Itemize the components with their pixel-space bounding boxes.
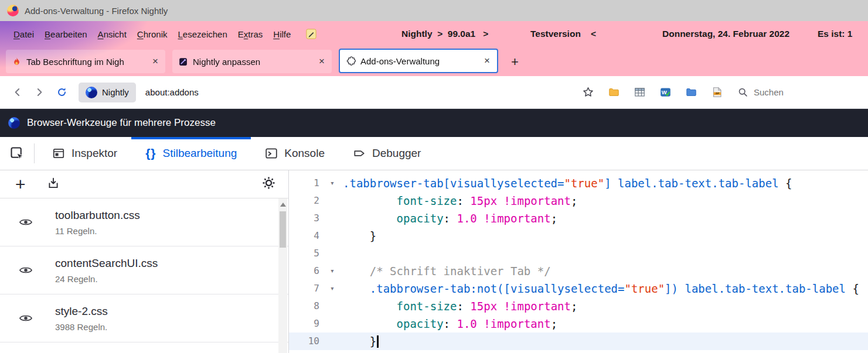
line-number: 6 — [289, 262, 322, 280]
code-line[interactable]: 7▾ .tabbrowser-tab:not([visuallyselected… — [289, 280, 868, 297]
stylesheet-info: style-2.css3988 Regeln. — [55, 305, 108, 332]
forward-button[interactable] — [28, 81, 50, 104]
nightly-version-text: Nightly > 99.0a1 > — [401, 21, 488, 47]
stylesheet-info: toolbarbutton.css11 Regeln. — [55, 209, 140, 236]
code-line[interactable]: 8 font-size: 15px !important; — [289, 297, 868, 315]
style-editor-sidebar: + toolbarbutton.css11 Regeln.contentSear… — [0, 170, 289, 353]
search-input[interactable] — [753, 87, 840, 98]
back-button[interactable] — [6, 81, 28, 104]
options-gear-button[interactable] — [261, 176, 276, 193]
devtools-tab-konsole[interactable]: Konsole — [251, 137, 339, 170]
code-line[interactable]: 1▾.tabbrowser-tab[visuallyselected="true… — [289, 174, 868, 192]
code-text: opacity: 1.0 !important; — [343, 210, 557, 227]
devtools-tabs: Inspektor{}StilbearbeitungKonsoleDebugge… — [38, 137, 435, 170]
browser-tab[interactable]: Add-ons-Verwaltung× — [339, 49, 498, 73]
line-number: 4 — [289, 227, 322, 245]
window-title: Add-ons-Verwaltung - Firefox Nightly — [25, 6, 168, 16]
code-text: } — [343, 333, 379, 350]
menu-datei[interactable]: Datei — [8, 27, 39, 42]
pencil-icon[interactable] — [305, 28, 317, 40]
line-number: 5 — [289, 245, 322, 262]
svg-text:ZIP: ZIP — [715, 92, 719, 95]
devtools-tab-debugger[interactable]: Debugger — [339, 137, 435, 170]
menu-hilfe[interactable]: Hilfe — [268, 27, 296, 42]
tabbar: Tab Beschriftung im Nigh×Nightly anpasse… — [0, 47, 868, 76]
stylesheet-name: style-2.css — [55, 305, 108, 318]
code-text: .tabbrowser-tab[visuallyselected="true"]… — [343, 174, 792, 192]
tab-title: Tab Beschriftung im Nigh — [26, 57, 147, 67]
fold-arrow-icon[interactable]: ▾ — [322, 174, 343, 192]
inspector-icon — [52, 147, 65, 160]
console-icon — [265, 147, 278, 160]
sidebar-scrollbar[interactable] — [278, 198, 287, 353]
close-icon[interactable]: × — [483, 55, 491, 67]
grid-button[interactable] — [629, 82, 650, 103]
code-text: .tabbrowser-tab:not([visuallyselected="t… — [343, 280, 859, 297]
reload-button[interactable] — [50, 81, 73, 104]
stylesheet-item[interactable]: toolbarbutton.css11 Regeln. — [0, 198, 288, 246]
scrollbar-thumb[interactable] — [280, 211, 286, 248]
visibility-toggle-eye-icon[interactable] — [19, 265, 33, 275]
identity-chip[interactable]: Nightly — [79, 83, 136, 102]
fold-arrow-icon[interactable]: ▾ — [322, 280, 343, 297]
code-line[interactable]: 4 } — [289, 227, 868, 245]
browser-tab[interactable]: Nightly anpassen× — [172, 50, 332, 73]
stylesheet-item[interactable]: contentSearchUI.css24 Regeln. — [0, 246, 288, 294]
code-line[interactable]: 2 font-size: 15px !important; — [289, 192, 868, 210]
close-icon[interactable]: × — [318, 56, 326, 67]
devtools-tab-stilbearbeitung[interactable]: {}Stilbearbeitung — [131, 137, 251, 170]
stylesheet-rows: toolbarbutton.css11 Regeln.contentSearch… — [0, 198, 288, 342]
url-input[interactable] — [144, 87, 577, 98]
new-tab-button[interactable]: + — [505, 56, 525, 68]
puzzle-icon — [346, 56, 356, 66]
fold-arrow-icon[interactable]: ▾ — [322, 262, 343, 280]
debugger-icon — [353, 147, 366, 160]
new-stylesheet-button[interactable]: + — [15, 176, 26, 193]
devtools-tab-label: Debugger — [372, 147, 421, 160]
folder-yellow-button[interactable] — [603, 82, 624, 103]
line-number: 7 — [289, 280, 322, 297]
import-stylesheet-button[interactable] — [47, 177, 60, 192]
menu-ansicht[interactable]: Ansicht — [93, 27, 132, 42]
line-number: 10 — [289, 333, 322, 350]
text-cursor — [377, 335, 379, 348]
zip-button[interactable]: ZIP — [706, 82, 727, 103]
scrollbar-up-arrow-icon[interactable] — [280, 203, 286, 207]
titlebar: Add-ons-Verwaltung - Firefox Nightly — [0, 0, 868, 21]
theme-area: DateiBearbeitenAnsichtChronikLesezeichen… — [0, 21, 868, 76]
validator-button[interactable]: W — [655, 82, 676, 103]
browser-tab[interactable]: Tab Beschriftung im Nigh× — [6, 50, 165, 73]
line-number: 9 — [289, 315, 322, 333]
stylesheet-item[interactable]: style-2.css3988 Regeln. — [0, 294, 288, 342]
code-lines: 1▾.tabbrowser-tab[visuallyselected="true… — [289, 174, 868, 350]
nightly-logo-icon — [8, 117, 20, 129]
code-editor[interactable]: 1▾.tabbrowser-tab[visuallyselected="true… — [289, 170, 868, 353]
menu-chronik[interactable]: Chronik — [132, 27, 173, 42]
identity-label: Nightly — [102, 87, 129, 97]
menu-extras[interactable]: Extras — [233, 27, 268, 42]
close-icon[interactable]: × — [151, 56, 159, 67]
fold-spacer — [322, 245, 343, 262]
searchbar[interactable] — [738, 87, 862, 98]
node-picker-button[interactable] — [0, 137, 34, 170]
bookmark-star-button[interactable] — [577, 82, 598, 103]
folder-blue-button[interactable] — [680, 82, 702, 103]
menubar: DateiBearbeitenAnsichtChronikLesezeichen… — [0, 21, 868, 47]
menu-lesezeichen[interactable]: Lesezeichen — [173, 27, 233, 42]
code-line[interactable]: 6▾ /* Schrift inaktiver Tab */ — [289, 262, 868, 280]
navbar: Nightly W ZIP — [0, 76, 868, 109]
stylesheet-info: contentSearchUI.css24 Regeln. — [55, 257, 158, 284]
menu-bearbeiten[interactable]: Bearbeiten — [39, 27, 93, 42]
devtools-tab-inspektor[interactable]: Inspektor — [38, 137, 131, 170]
code-line[interactable]: 3 opacity: 1.0 !important; — [289, 210, 868, 227]
fold-spacer — [322, 192, 343, 210]
visibility-toggle-eye-icon[interactable] — [19, 217, 33, 227]
braces-icon: {} — [145, 147, 156, 160]
code-line[interactable]: 9 opacity: 1.0 !important; — [289, 315, 868, 333]
visibility-toggle-eye-icon[interactable] — [19, 313, 33, 323]
stylesheet-name: toolbarbutton.css — [55, 209, 140, 222]
search-icon — [738, 87, 748, 97]
toolbar-separator — [34, 143, 35, 163]
code-line[interactable]: 5 — [289, 245, 868, 262]
code-line[interactable]: 10 } — [289, 333, 868, 350]
